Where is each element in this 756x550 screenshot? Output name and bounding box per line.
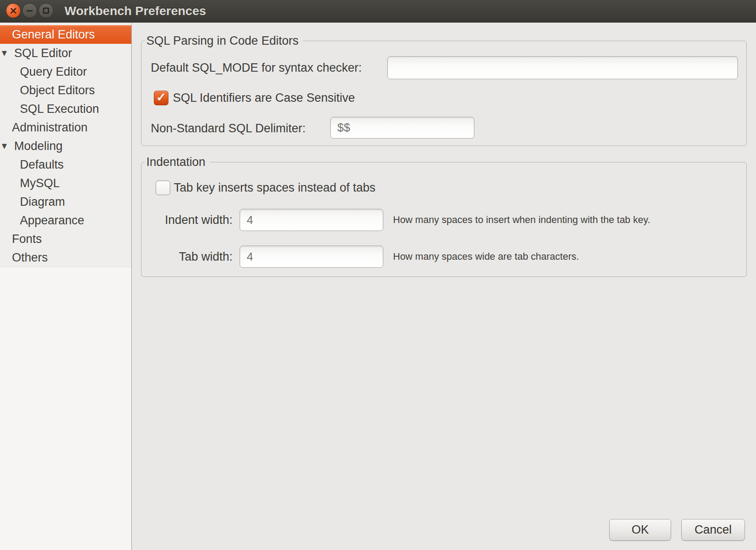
indent-width-input[interactable] — [240, 209, 383, 231]
sidebar-item-label: Query Editor — [20, 65, 87, 79]
indent-width-help: How many spaces to insert when indenting… — [393, 214, 650, 226]
sidebar-item-diagram[interactable]: Diagram — [0, 192, 131, 211]
minimize-button[interactable] — [22, 3, 37, 18]
sidebar-item-others[interactable]: Others — [0, 248, 131, 267]
sidebar-item-fonts[interactable]: Fonts — [0, 230, 131, 248]
ok-button[interactable]: OK — [609, 519, 671, 541]
checkmark-icon: ✓ — [154, 90, 168, 104]
maximize-icon — [43, 8, 49, 14]
sidebar-item-mysql[interactable]: MySQL — [0, 174, 131, 192]
tab-width-label: Tab width: — [151, 250, 233, 264]
sidebar: General Editors▾SQL EditorQuery EditorOb… — [0, 23, 132, 550]
sidebar-item-administration[interactable]: Administration — [0, 118, 131, 137]
sidebar-item-label: MySQL — [20, 177, 60, 190]
indentation-group-title: Indentation — [145, 154, 210, 170]
tab-key-checkbox[interactable]: ✓ — [156, 181, 170, 195]
sidebar-item-label: Administration — [12, 121, 88, 135]
tab-key-label: Tab key inserts spaces instead of tabs — [174, 181, 375, 195]
sidebar-item-general-editors[interactable]: General Editors — [0, 25, 131, 44]
sql-mode-input[interactable] — [387, 56, 738, 79]
cancel-button[interactable]: Cancel — [681, 519, 745, 541]
minimize-icon — [27, 10, 33, 12]
sidebar-item-label: Diagram — [20, 195, 65, 209]
sidebar-item-sql-editor[interactable]: ▾SQL Editor — [0, 44, 131, 62]
sidebar-item-label: Object Editors — [20, 84, 95, 97]
sidebar-item-label: SQL Execution — [20, 102, 99, 116]
titlebar[interactable]: ✕ Workbench Preferences — [0, 0, 756, 23]
indent-width-label: Indent width: — [151, 213, 233, 227]
sidebar-item-label: Appearance — [20, 214, 84, 227]
sidebar-tree: General Editors▾SQL EditorQuery EditorOb… — [0, 23, 131, 267]
maximize-button[interactable] — [38, 3, 53, 18]
delimiter-input[interactable] — [330, 117, 474, 138]
expander-down-icon[interactable]: ▾ — [2, 48, 7, 58]
sidebar-item-label: Modeling — [14, 139, 63, 153]
sidebar-item-defaults[interactable]: Defaults — [0, 155, 131, 174]
case-sensitive-label: SQL Identifiers are Case Sensitive — [173, 91, 355, 105]
sidebar-item-sql-execution[interactable]: SQL Execution — [0, 100, 131, 118]
sql-mode-label: Default SQL_MODE for syntax checker: — [151, 61, 362, 75]
sidebar-item-label: General Editors — [12, 28, 95, 42]
sql-parsing-group-title: SQL Parsing in Code Editors — [145, 33, 303, 49]
window-title: Workbench Preferences — [65, 0, 206, 23]
cancel-button-label: Cancel — [695, 523, 732, 537]
tab-width-help: How many spaces wide are tab characters. — [393, 251, 579, 262]
sidebar-item-label: Defaults — [20, 158, 64, 172]
sidebar-item-appearance[interactable]: Appearance — [0, 211, 131, 230]
sidebar-item-query-editor[interactable]: Query Editor — [0, 62, 131, 81]
sidebar-item-modeling[interactable]: ▾Modeling — [0, 137, 131, 155]
ok-button-label: OK — [631, 523, 649, 537]
sidebar-item-object-editors[interactable]: Object Editors — [0, 81, 131, 100]
sidebar-item-label: Others — [12, 251, 48, 265]
sidebar-item-label: Fonts — [12, 232, 42, 246]
close-icon: ✕ — [6, 4, 20, 18]
preferences-window: ✕ Workbench Preferences General Editors▾… — [0, 0, 756, 550]
tab-width-input[interactable] — [240, 246, 383, 268]
sidebar-item-label: SQL Editor — [14, 46, 72, 60]
close-button[interactable]: ✕ — [6, 3, 21, 18]
expander-down-icon[interactable]: ▾ — [2, 141, 7, 151]
delimiter-label: Non-Standard SQL Delimiter: — [151, 122, 305, 135]
content-panel: SQL Parsing in Code Editors Default SQL_… — [132, 23, 756, 550]
case-sensitive-checkbox[interactable]: ✓ — [154, 91, 168, 105]
